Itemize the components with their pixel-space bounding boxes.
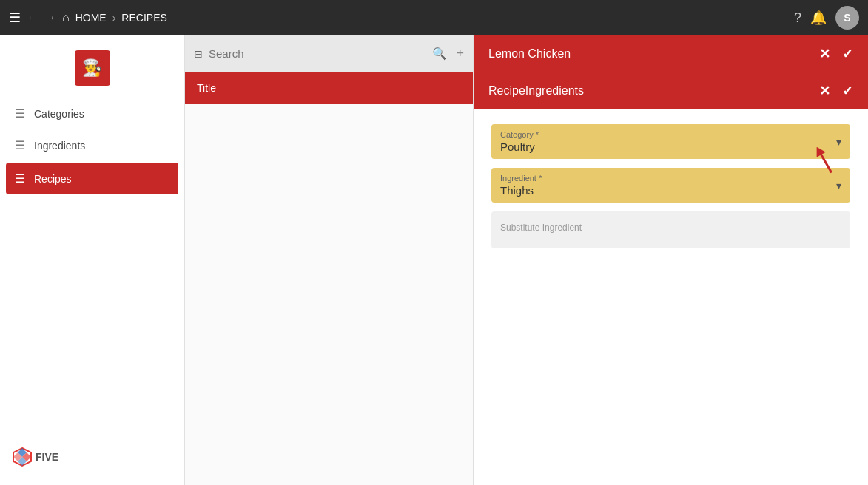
sidebar-footer: FIVE [0,438,184,476]
sidebar-item-categories[interactable]: ☰ Categories [0,98,184,129]
content-panel: ⊟ 🔍 + Title [185,35,474,485]
substitute-ingredient-label: Substitute Ingredient [500,223,582,233]
ingredient-dropdown-arrow-icon: ▾ [836,180,841,191]
recipe-ingredients-panel-header: RecipeIngredients ✕ ✓ [474,72,868,109]
recipe-ingredients-form: Category * Poultry ▾ Ingredient * Thighs… [474,109,868,263]
categories-label: Categories [34,108,84,120]
search-button[interactable]: 🔍 [432,47,447,61]
search-bar: ⊟ 🔍 + [185,35,473,72]
ingredient-value: Thighs [500,184,542,197]
recipe-ingredients-actions: ✕ ✓ [819,83,853,99]
breadcrumb-separator: › [112,12,116,24]
filter-icon: ⊟ [194,48,203,60]
ingredients-menu-icon: ☰ [15,138,25,152]
avatar[interactable]: S [835,6,859,30]
back-arrow-icon[interactable]: ← [27,11,38,24]
add-button[interactable]: + [456,46,464,61]
breadcrumb-recipes: RECIPES [121,12,166,24]
content-body [185,104,473,485]
sidebar-logo: 👨‍🍳 [0,44,184,98]
recipe-ingredients-close-button[interactable]: ✕ [819,83,830,99]
sidebar-item-recipes[interactable]: ☰ Recipes [6,163,178,194]
ingredient-dropdown[interactable]: Ingredient * Thighs ▾ [491,168,850,203]
recipe-ingredients-title: RecipeIngredients [488,84,584,98]
home-link[interactable]: HOME [75,12,107,24]
avatar-initial: S [844,12,850,24]
home-icon: ⌂ [62,11,70,24]
lemon-chicken-confirm-button[interactable]: ✓ [842,46,853,62]
substitute-ingredient-field[interactable]: Substitute Ingredient [491,211,850,248]
category-value: Poultry [500,140,539,153]
sidebar: 👨‍🍳 ☰ Categories ☰ Ingredients ☰ Recipes [0,35,185,485]
hamburger-menu-icon[interactable]: ☰ [9,10,21,26]
help-button[interactable]: ? [794,10,801,26]
lemon-chicken-close-button[interactable]: ✕ [819,46,830,62]
title-column-header: Title [197,82,216,94]
table-header: Title [185,72,473,104]
category-dropdown-arrow-icon: ▾ [836,136,841,148]
lemon-chicken-title: Lemon Chicken [488,47,571,61]
ingredient-label: Ingredient * [500,174,542,183]
notifications-button[interactable]: 🔔 [810,10,827,26]
category-dropdown[interactable]: Category * Poultry ▾ [491,124,850,159]
ingredients-label: Ingredients [34,140,85,152]
right-panel: Lemon Chicken ✕ ✓ RecipeIngredients ✕ ✓ [474,35,868,485]
lemon-chicken-panel-header: Lemon Chicken ✕ ✓ [474,35,868,72]
top-navigation: ☰ ← → ⌂ HOME › RECIPES ? 🔔 S [0,0,868,35]
category-label: Category * [500,130,539,139]
home-label: HOME [75,12,107,24]
search-input[interactable] [209,47,426,60]
recipes-menu-icon: ☰ [15,172,25,186]
sidebar-item-ingredients[interactable]: ☰ Ingredients [0,129,184,161]
app-logo: 👨‍🍳 [75,50,110,86]
forward-arrow-icon[interactable]: → [44,11,56,24]
main-layout: 👨‍🍳 ☰ Categories ☰ Ingredients ☰ Recipes [0,35,868,485]
chef-hat-icon: 👨‍🍳 [82,58,102,78]
recipe-ingredients-confirm-button[interactable]: ✓ [842,83,853,99]
lemon-chicken-actions: ✕ ✓ [819,46,853,62]
five-logo-icon [12,447,33,467]
recipes-label: Recipes [34,173,72,185]
categories-menu-icon: ☰ [15,106,25,121]
five-brand-label: FIVE [36,451,58,463]
